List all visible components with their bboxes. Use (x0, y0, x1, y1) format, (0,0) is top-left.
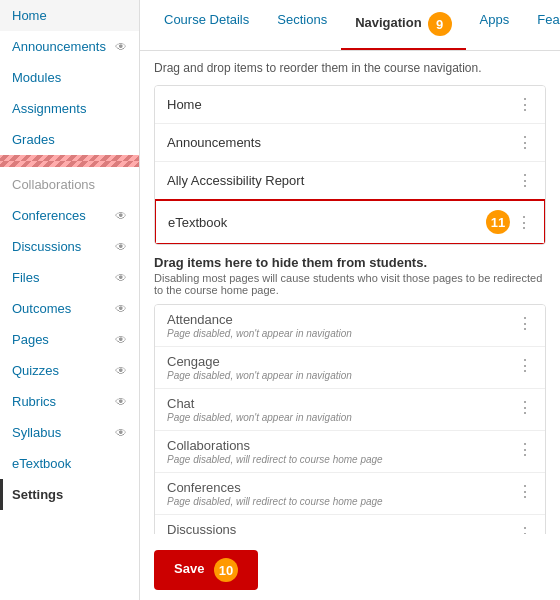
sidebar-item-conferences[interactable]: Conferences👁 (0, 200, 139, 231)
hidden-item-label: Attendance (167, 312, 352, 327)
sidebar-item-label: Settings (12, 487, 63, 502)
sidebar-top-section: HomeAnnouncements👁ModulesAssignmentsGrad… (0, 0, 139, 161)
hidden-item-collaborations[interactable]: CollaborationsPage disabled, will redire… (155, 431, 545, 473)
sidebar-item-files[interactable]: Files👁 (0, 262, 139, 293)
tab-feature-options[interactable]: Feature Options (523, 0, 560, 50)
hidden-item-sub: Page disabled, won't appear in navigatio… (167, 370, 352, 381)
sidebar-item-collaborations[interactable]: Collaborations (0, 169, 139, 200)
save-step-circle: 10 (214, 558, 238, 582)
sidebar-item-grades[interactable]: Grades (0, 124, 139, 155)
tab-sections[interactable]: Sections (263, 0, 341, 50)
sidebar-item-label: Files (12, 270, 39, 285)
hidden-item-conferences[interactable]: ConferencesPage disabled, will redirect … (155, 473, 545, 515)
sidebar-item-label: Pages (12, 332, 49, 347)
nav-item-label: Ally Accessibility Report (167, 173, 304, 188)
eye-icon: 👁 (115, 240, 127, 254)
hidden-item-cengage[interactable]: CengagePage disabled, won't appear in na… (155, 347, 545, 389)
nav-item-announcements[interactable]: Announcements⋮ (155, 124, 545, 162)
nav-item-home[interactable]: Home⋮ (155, 86, 545, 124)
hidden-item-sub: Page disabled, will redirect to course h… (167, 454, 383, 465)
sidebar-item-rubrics[interactable]: Rubrics👁 (0, 386, 139, 417)
nav-item-etextbook[interactable]: eTextbook11⋮ (154, 199, 546, 245)
hidden-item-menu-dots[interactable]: ⋮ (517, 314, 533, 333)
eye-icon: 👁 (115, 302, 127, 316)
sidebar-item-discussions[interactable]: Discussions👁 (0, 231, 139, 262)
tab-course-details[interactable]: Course Details (150, 0, 263, 50)
hidden-item-label: Discussions (167, 522, 236, 534)
sidebar-item-home[interactable]: Home (0, 0, 139, 31)
hidden-item-label: Conferences (167, 480, 383, 495)
sidebar-item-label: eTextbook (12, 456, 71, 471)
nav-item-menu-dots[interactable]: ⋮ (517, 171, 533, 190)
nav-item-label: eTextbook (168, 215, 227, 230)
sidebar-bottom-section: CollaborationsConferences👁Discussions👁Fi… (0, 161, 139, 510)
nav-item-menu-dots[interactable]: ⋮ (517, 95, 533, 114)
hidden-item-label: Collaborations (167, 438, 383, 453)
sidebar-item-etextbook[interactable]: eTextbook (0, 448, 139, 479)
hidden-item-sub: Page disabled, won't appear in navigatio… (167, 328, 352, 339)
drag-instruction: Drag and drop items to reorder them in t… (154, 61, 546, 75)
sidebar-item-label: Home (12, 8, 47, 23)
tab-navigation[interactable]: Navigation9 (341, 0, 465, 50)
sidebar-item-label: Discussions (12, 239, 81, 254)
save-label: Save (174, 561, 204, 576)
save-area: Save 10 (140, 534, 560, 600)
sidebar-item-label: Quizzes (12, 363, 59, 378)
tab-apps[interactable]: Apps (466, 0, 524, 50)
hidden-item-sub: Page disabled, won't appear in navigatio… (167, 412, 352, 423)
hidden-item-menu-dots[interactable]: ⋮ (517, 398, 533, 417)
hidden-item-menu-dots[interactable]: ⋮ (517, 482, 533, 501)
hidden-item-chat[interactable]: ChatPage disabled, won't appear in navig… (155, 389, 545, 431)
sidebar-item-label: Assignments (12, 101, 86, 116)
nav-step-circle: 9 (428, 12, 452, 36)
sidebar-item-settings[interactable]: Settings (0, 479, 139, 510)
eye-icon: 👁 (115, 40, 127, 54)
sidebar-item-syllabus[interactable]: Syllabus👁 (0, 417, 139, 448)
nav-item-menu-dots[interactable]: ⋮ (516, 213, 532, 232)
sidebar-item-announcements[interactable]: Announcements👁 (0, 31, 139, 62)
nav-item-menu-dots[interactable]: ⋮ (517, 133, 533, 152)
hidden-section-title: Drag items here to hide them from studen… (154, 255, 546, 270)
sidebar-item-label: Announcements (12, 39, 106, 54)
hidden-section-subtitle: Disabling most pages will cause students… (154, 272, 546, 296)
sidebar: HomeAnnouncements👁ModulesAssignmentsGrad… (0, 0, 140, 600)
hidden-nav-list: AttendancePage disabled, won't appear in… (154, 304, 546, 534)
hidden-item-discussions[interactable]: Discussions⋮ (155, 515, 545, 534)
hidden-item-sub: Page disabled, will redirect to course h… (167, 496, 383, 507)
hidden-item-menu-dots[interactable]: ⋮ (517, 440, 533, 459)
eye-icon: 👁 (115, 333, 127, 347)
sidebar-item-label: Outcomes (12, 301, 71, 316)
sidebar-item-label: Rubrics (12, 394, 56, 409)
sidebar-item-assignments[interactable]: Assignments (0, 93, 139, 124)
hidden-item-label: Cengage (167, 354, 352, 369)
eye-icon: 👁 (115, 271, 127, 285)
sidebar-item-label: Collaborations (12, 177, 95, 192)
eye-icon: 👁 (115, 209, 127, 223)
eye-icon: 👁 (115, 395, 127, 409)
save-button[interactable]: Save 10 (154, 550, 258, 590)
hidden-section: Drag items here to hide them from studen… (154, 255, 546, 534)
sidebar-item-pages[interactable]: Pages👁 (0, 324, 139, 355)
sidebar-item-quizzes[interactable]: Quizzes👁 (0, 355, 139, 386)
sidebar-item-modules[interactable]: Modules (0, 62, 139, 93)
eye-icon: 👁 (115, 426, 127, 440)
main-panel: Course DetailsSectionsNavigation9AppsFea… (140, 0, 560, 600)
etextbook-step-circle: 11 (486, 210, 510, 234)
nav-item-ally[interactable]: Ally Accessibility Report⋮ (155, 162, 545, 200)
content-area: Drag and drop items to reorder them in t… (140, 51, 560, 534)
tab-bar: Course DetailsSectionsNavigation9AppsFea… (140, 0, 560, 51)
active-nav-list: Home⋮Announcements⋮Ally Accessibility Re… (154, 85, 546, 245)
nav-item-label: Announcements (167, 135, 261, 150)
sidebar-item-label: Modules (12, 70, 61, 85)
sidebar-item-label: Conferences (12, 208, 86, 223)
eye-icon: 👁 (115, 364, 127, 378)
hidden-item-menu-dots[interactable]: ⋮ (517, 356, 533, 375)
nav-item-label: Home (167, 97, 202, 112)
sidebar-item-label: Grades (12, 132, 55, 147)
hidden-item-menu-dots[interactable]: ⋮ (517, 524, 533, 534)
sidebar-item-outcomes[interactable]: Outcomes👁 (0, 293, 139, 324)
sidebar-item-label: Syllabus (12, 425, 61, 440)
hidden-item-label: Chat (167, 396, 352, 411)
hidden-item-attendance[interactable]: AttendancePage disabled, won't appear in… (155, 305, 545, 347)
